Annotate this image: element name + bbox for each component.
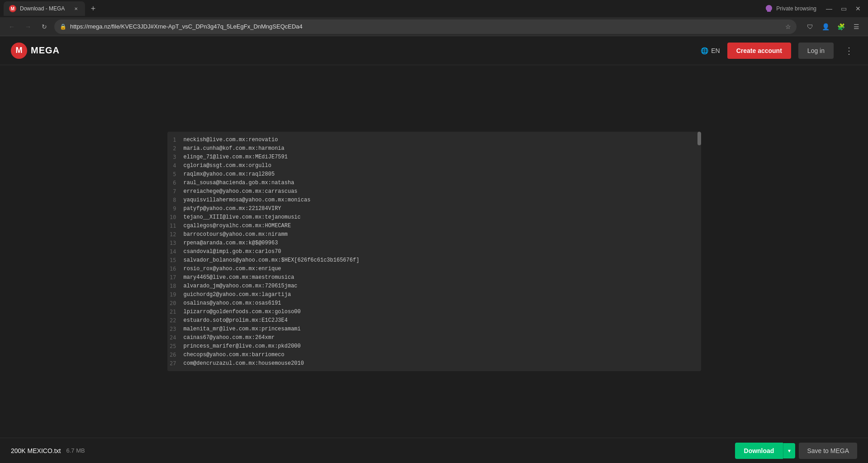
download-label: Download [744, 447, 774, 454]
line-number: 21 [167, 309, 184, 315]
bookmark-icon[interactable]: ☆ [785, 23, 791, 30]
new-tab-button[interactable]: + [87, 2, 100, 15]
language-selector[interactable]: 🌐 EN [701, 47, 720, 54]
table-row: 24cainas67@yahoo.com.mx:264xmr [167, 333, 701, 342]
line-content: alvarado_jm@yahoo.com.mx:720615jmac [184, 283, 298, 289]
line-number: 27 [167, 360, 184, 367]
table-row: 1neckish@live.com.mx:renovatio [167, 135, 701, 144]
scrollbar[interactable] [697, 132, 701, 371]
line-content: neckish@live.com.mx:renovatio [184, 137, 278, 143]
file-viewer-area: 1neckish@live.com.mx:renovatio2maria.cun… [0, 65, 868, 438]
table-row: 3elinge_71@live.com.mx:MEdiJE7591 [167, 153, 701, 161]
file-content[interactable]: 1neckish@live.com.mx:renovatio2maria.cun… [167, 132, 701, 371]
line-content: rpena@aranda.com.mx:k@$@09963 [184, 240, 278, 246]
table-row: 26checops@yahoo.com.mx:barriomeco [167, 350, 701, 359]
active-tab[interactable]: M Download - MEGA ✕ [4, 1, 85, 16]
back-button[interactable]: ← [5, 20, 18, 33]
globe-icon: 🌐 [701, 47, 708, 54]
reload-icon: ↻ [42, 23, 47, 30]
file-info: 200K MEXICO.txt 6.7 MB [11, 447, 85, 454]
line-content: guichordg2@yahoo.com.mx:lagartija [184, 291, 291, 298]
line-number: 8 [167, 197, 184, 203]
maximize-button[interactable]: ▭ [837, 2, 850, 15]
line-number: 5 [167, 171, 184, 177]
line-content: barrocotours@yahoo.com.mx:niramm [184, 231, 288, 238]
line-content: raul_sousa@hacienda.gob.mx:natasha [184, 180, 294, 186]
line-content: erreiachege@yahoo.com.mx:carrascuas [184, 188, 298, 195]
address-bar[interactable] [70, 23, 782, 30]
line-content: maria.cunha@kof.com.mx:harmonia [184, 145, 285, 152]
line-number: 17 [167, 274, 184, 281]
line-content: malenita_mr@live.com.mx:princesamami [184, 326, 301, 332]
line-content: cgloria@ssgt.com.mx:orgullo [184, 162, 271, 169]
line-number: 9 [167, 205, 184, 212]
line-content: yaquisvillahermosa@yahoo.com.mx:monicas [184, 197, 311, 203]
svg-text:M: M [11, 6, 14, 11]
mega-logo[interactable]: M MEGA [11, 43, 60, 59]
extensions-list-button[interactable]: 🧩 [835, 20, 847, 33]
mega-header: M MEGA 🌐 EN Create account Log in ⋮ [0, 36, 868, 65]
lock-icon: 🔒 [60, 24, 66, 30]
line-number: 2 [167, 145, 184, 152]
account-button[interactable]: 👤 [819, 20, 832, 33]
window-close-button[interactable]: ✕ [852, 2, 864, 15]
menu-button[interactable]: ☰ [850, 20, 863, 33]
save-to-mega-button[interactable]: Save to MEGA [799, 443, 857, 459]
line-number: 10 [167, 214, 184, 220]
scrollbar-thumb[interactable] [697, 132, 701, 145]
line-content: com@dencruzazul.com.mx:housemouse2010 [184, 360, 304, 367]
line-number: 23 [167, 326, 184, 332]
table-row: 2maria.cunha@kof.com.mx:harmonia [167, 144, 701, 153]
line-content: salvador_bolanos@yahoo.com.mx:$HEX[626f6… [184, 257, 360, 263]
line-number: 14 [167, 248, 184, 255]
private-browsing-label: Private browsing [776, 5, 816, 12]
table-row: 9patyfp@yahoo.com.mx:221284VIRY [167, 204, 701, 213]
create-account-button[interactable]: Create account [727, 43, 791, 59]
line-content: cainas67@yahoo.com.mx:264xmr [184, 334, 275, 341]
forward-button[interactable]: → [22, 20, 34, 33]
back-icon: ← [9, 23, 15, 30]
reload-button[interactable]: ↻ [38, 20, 51, 33]
table-row: 12barrocotours@yahoo.com.mx:niramm [167, 230, 701, 239]
nav-right-controls: 🛡 👤 🧩 ☰ [804, 20, 863, 33]
forward-icon: → [25, 23, 31, 30]
line-content: cgallegos@royalhc.com.mx:HOMECARE [184, 223, 291, 229]
minimize-button[interactable]: — [823, 2, 835, 15]
line-number: 12 [167, 231, 184, 238]
download-button[interactable]: Download [735, 443, 783, 459]
line-number: 3 [167, 154, 184, 160]
table-row: 20osalinas@yahoo.com.mx:osas6191 [167, 299, 701, 307]
bottom-actions: Download ▾ Save to MEGA [735, 443, 857, 459]
table-row: 6raul_sousa@hacienda.gob.mx:natasha [167, 178, 701, 187]
extensions-button[interactable]: 🛡 [804, 20, 816, 33]
table-row: 11cgallegos@royalhc.com.mx:HOMECARE [167, 221, 701, 230]
line-number: 15 [167, 257, 184, 263]
line-number: 18 [167, 283, 184, 289]
private-browsing-icon [764, 4, 773, 13]
line-number: 24 [167, 334, 184, 341]
line-number: 25 [167, 343, 184, 349]
table-row: 18alvarado_jm@yahoo.com.mx:720615jmac [167, 282, 701, 290]
line-number: 19 [167, 291, 184, 298]
page-content: M MEGA 🌐 EN Create account Log in ⋮ 1nec… [0, 36, 868, 463]
table-row: 15salvador_bolanos@yahoo.com.mx:$HEX[626… [167, 256, 701, 264]
table-row: 10tejano__XIII@live.com.mx:tejanomusic [167, 213, 701, 221]
tab-close-button[interactable]: ✕ [72, 5, 80, 12]
mega-logo-text: MEGA [31, 45, 60, 56]
tab-bar: M Download - MEGA ✕ + Private browsing —… [0, 0, 868, 17]
table-row: 17mary4465@live.com.mx:maestromusica [167, 273, 701, 282]
line-content: patyfp@yahoo.com.mx:221284VIRY [184, 205, 281, 212]
line-content: estuardo.soto@prolim.mx:E1C2J3E4 [184, 317, 288, 324]
more-options-button[interactable]: ⋮ [841, 43, 857, 58]
file-name: 200K MEXICO.txt [11, 447, 61, 454]
line-number: 22 [167, 317, 184, 324]
login-button[interactable]: Log in [798, 43, 834, 59]
download-dropdown-button[interactable]: ▾ [783, 443, 795, 458]
chevron-down-icon: ▾ [788, 448, 791, 454]
table-row: 19guichordg2@yahoo.com.mx:lagartija [167, 290, 701, 299]
language-label: EN [711, 47, 720, 54]
address-bar-container[interactable]: 🔒 ☆ [54, 19, 797, 34]
line-content: lpizarro@goldenfoods.com.mx:goloso00 [184, 309, 301, 315]
line-number: 4 [167, 162, 184, 169]
table-row: 22estuardo.soto@prolim.mx:E1C2J3E4 [167, 316, 701, 325]
